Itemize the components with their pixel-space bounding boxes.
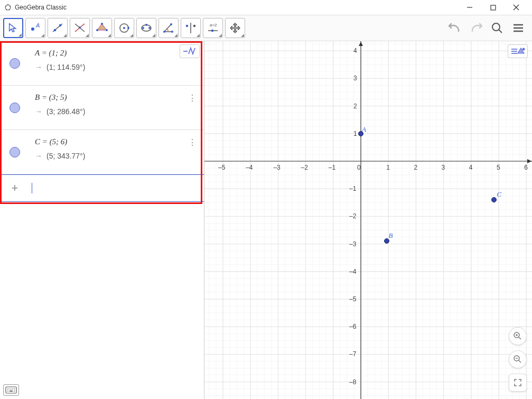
svg-point-4 [6,9,7,10]
svg-text:–6: –6 [349,323,357,330]
tool-polygon[interactable] [92,18,112,38]
graphics-settings-button[interactable] [508,44,528,58]
row-content: A = (1; 2) →(1; 114.59°) [30,41,204,85]
algebra-row-c[interactable]: C = (5; 6) →(5; 343.77°) ⋮ [0,130,204,174]
object-definition: C = (5; 6) [35,137,199,146]
svg-point-19 [101,23,103,25]
zoom-in-button[interactable] [509,327,527,345]
svg-text:3: 3 [442,164,445,171]
visibility-toggle[interactable] [0,130,30,174]
svg-text:–8: –8 [349,378,357,386]
search-button[interactable] [487,17,508,39]
svg-point-34 [193,25,195,27]
svg-text:3: 3 [353,75,357,82]
virtual-keyboard-button[interactable] [3,384,19,396]
svg-point-214 [7,391,8,392]
svg-text:0: 0 [357,164,361,171]
tool-line[interactable] [48,18,68,38]
algebra-row-a[interactable]: A = (1; 2) →(1; 114.59°) [0,41,204,86]
tool-slider[interactable]: a=2 [203,18,223,38]
svg-point-216 [14,391,15,392]
tool-reflect[interactable] [181,18,201,38]
svg-text:1: 1 [353,130,357,137]
svg-text:a=2: a=2 [210,23,217,27]
svg-text:–7: –7 [349,350,357,358]
fullscreen-button[interactable] [509,374,527,392]
svg-point-3 [10,6,11,7]
menu-button[interactable] [508,17,529,39]
svg-point-213 [14,388,15,389]
point-c[interactable] [491,197,497,202]
tool-angle[interactable] [158,18,179,38]
algebra-input-row[interactable]: + [0,174,204,202]
svg-marker-171 [527,159,531,163]
zoom-out-button[interactable] [509,350,527,368]
svg-point-26 [142,27,144,29]
redo-button[interactable] [465,17,487,39]
tool-perpendicular[interactable] [70,18,90,38]
svg-text:–4: –4 [246,164,253,171]
point-label-b: B [389,231,393,240]
svg-point-211 [10,388,11,389]
tool-move-view[interactable] [225,18,245,38]
object-value: →(3; 286.48°) [35,107,199,116]
svg-text:–1: –1 [329,164,336,171]
svg-text:2: 2 [353,103,357,110]
tool-ellipse[interactable] [136,18,156,38]
svg-point-2 [5,6,6,7]
visibility-toggle[interactable] [0,86,30,129]
svg-line-203 [519,337,521,339]
svg-point-29 [163,31,165,33]
undo-button[interactable] [444,17,465,39]
maximize-button[interactable] [481,0,505,15]
row-content: C = (5; 6) →(5; 343.77°) [30,130,204,174]
svg-text:2: 2 [414,164,417,171]
symbolic-toggle-button[interactable] [180,44,200,58]
svg-text:–1: –1 [349,185,357,192]
svg-rect-215 [10,391,13,392]
svg-rect-209 [6,387,16,393]
zoom-controls [509,327,527,392]
svg-point-31 [170,23,172,25]
tool-circle[interactable] [114,18,134,38]
svg-rect-7 [491,5,496,10]
algebra-input-field[interactable] [30,183,204,193]
svg-text:4: 4 [469,164,473,171]
algebra-row-b[interactable]: B = (3; 5) →(3; 286.48°) ⋮ [0,86,204,130]
svg-point-17 [79,26,81,29]
tool-point[interactable]: A [25,18,45,38]
window-title: GeoGebra Classic [15,4,67,11]
svg-text:4: 4 [353,47,357,54]
svg-text:1: 1 [386,164,390,171]
svg-text:–4: –4 [349,268,357,275]
svg-point-14 [59,24,62,27]
svg-text:–2: –2 [301,164,309,171]
row-content: B = (3; 5) →(3; 286.48°) [30,86,204,129]
graphics-view[interactable]: –5–4–3–2–10123456–8–7–6–5–4–3–2–11234 AB… [204,41,532,399]
visibility-toggle[interactable] [0,41,30,85]
algebra-view: A = (1; 2) →(1; 114.59°) B = (3; 5) →(3;… [0,41,204,399]
svg-text:–5: –5 [349,295,357,303]
point-label-c: C [497,190,502,199]
close-button[interactable] [505,0,528,15]
svg-text:–2: –2 [349,212,357,220]
svg-point-37 [211,30,214,32]
add-input-icon: + [0,181,30,195]
minimize-button[interactable] [458,0,481,15]
svg-point-10 [31,27,34,31]
svg-point-38 [492,23,500,31]
object-definition: A = (1; 2) [35,49,199,58]
svg-point-24 [127,27,129,29]
tool-move[interactable] [3,18,23,38]
svg-point-1 [7,4,8,5]
svg-point-212 [12,388,13,389]
row-menu-icon[interactable]: ⋮ [188,93,197,103]
svg-line-207 [519,360,521,363]
svg-text:6: 6 [524,164,528,171]
svg-point-28 [145,24,147,26]
svg-point-13 [54,29,57,32]
row-menu-icon[interactable]: ⋮ [188,137,197,147]
app-logo-icon [4,4,12,11]
object-value: →(1; 114.59°) [35,63,199,71]
svg-point-23 [123,27,125,29]
